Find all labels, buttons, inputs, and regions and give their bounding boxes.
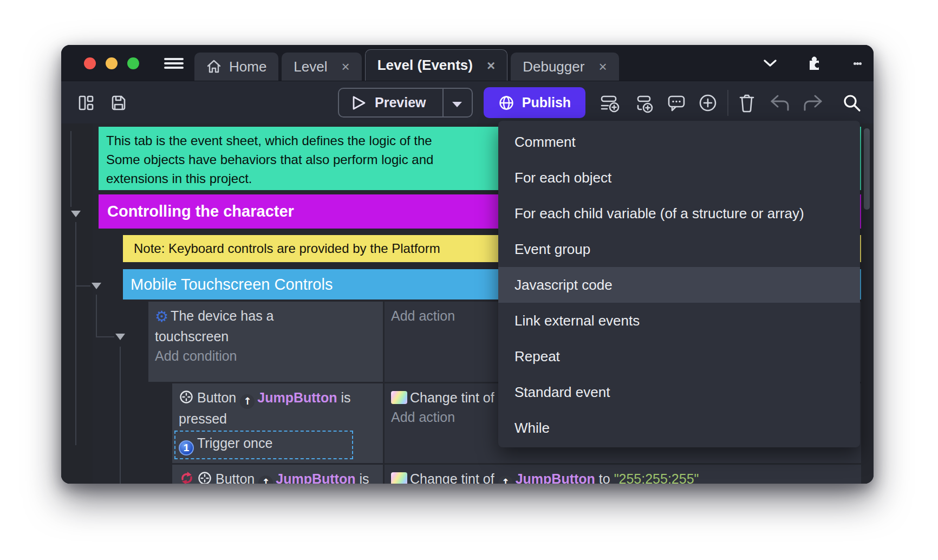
- action-value: "255;255;255": [614, 471, 699, 484]
- preview-split-divider: [442, 89, 444, 116]
- tab-debugger[interactable]: Debugger ×: [511, 53, 618, 81]
- action-text: Change tint of: [410, 471, 494, 484]
- add-event-icon[interactable]: [600, 93, 621, 113]
- publish-button[interactable]: Publish: [484, 87, 585, 118]
- collapse-triangle-icon[interactable]: [92, 283, 101, 289]
- condition-text: The device has a: [171, 308, 273, 323]
- tab-level[interactable]: Level ×: [282, 53, 361, 81]
- preview-button[interactable]: Preview: [338, 88, 473, 118]
- tab-label: Level (Events): [377, 57, 473, 74]
- save-icon[interactable]: [108, 93, 129, 113]
- title-bar: Home Level × Level (Events) × Debugger ×: [61, 45, 874, 81]
- hamburger-menu-icon[interactable]: [164, 58, 184, 69]
- tree-line: [75, 285, 90, 286]
- close-window-button[interactable]: [84, 57, 96, 69]
- redo-icon[interactable]: [802, 93, 824, 113]
- gear-icon: ⚙: [155, 308, 168, 325]
- tree-line: [75, 222, 76, 445]
- dropdown-caret-icon[interactable]: [452, 102, 462, 107]
- layout-icon[interactable]: [75, 93, 97, 113]
- add-comment-icon[interactable]: [666, 93, 687, 113]
- tint-icon: [391, 391, 407, 404]
- menu-item-standard-event[interactable]: Standard event: [498, 374, 860, 410]
- home-icon: [206, 59, 222, 74]
- tab-level-events[interactable]: Level (Events) ×: [365, 49, 507, 81]
- condition-text: touchscreen: [155, 327, 376, 346]
- tab-home[interactable]: Home: [194, 53, 278, 81]
- play-icon: [352, 95, 366, 110]
- add-event-context-menu: Comment For each object For each child v…: [498, 121, 860, 447]
- close-icon[interactable]: ×: [598, 60, 607, 74]
- selected-condition[interactable]: 1Trigger once: [174, 431, 353, 459]
- chevron-down-icon[interactable]: [760, 55, 780, 72]
- up-arrow-chip-icon: ↑: [258, 476, 273, 484]
- menu-item-for-each-child-variable[interactable]: For each child variable (of a structure …: [498, 196, 860, 231]
- invert-icon: [179, 470, 195, 484]
- add-circle-icon[interactable]: [697, 93, 719, 113]
- search-icon[interactable]: [841, 93, 863, 113]
- add-subevent-icon[interactable]: [634, 93, 655, 113]
- menu-item-comment[interactable]: Comment: [498, 124, 860, 160]
- tint-icon: [391, 472, 407, 484]
- event-sheet-gutter: [61, 123, 93, 484]
- tree-line: [96, 336, 114, 337]
- vertical-scrollbar[interactable]: [864, 128, 870, 210]
- up-arrow-chip-icon: ↑: [498, 476, 513, 484]
- event-condition-cell[interactable]: Button↑JumpButton is pressed: [172, 465, 383, 484]
- publish-label: Publish: [522, 95, 571, 110]
- gamepad-icon: [197, 471, 212, 484]
- tree-line: [120, 347, 121, 484]
- tree-line: [70, 131, 71, 207]
- tree-line: [96, 295, 97, 337]
- action-text: Change tint of: [410, 390, 494, 405]
- tab-label: Home: [229, 58, 266, 75]
- event-condition-cell[interactable]: Button↑JumpButton is pressed 1Trigger on…: [172, 383, 383, 463]
- object-name: JumpButton: [257, 390, 337, 405]
- preview-label: Preview: [375, 95, 426, 110]
- object-name: JumpButton: [516, 471, 595, 484]
- menu-item-event-group[interactable]: Event group: [498, 231, 860, 267]
- object-name: JumpButton: [276, 471, 355, 484]
- condition-text: Trigger once: [197, 435, 272, 451]
- undo-icon[interactable]: [769, 93, 791, 113]
- app-window: Home Level × Level (Events) × Debugger ×: [61, 45, 874, 484]
- gamepad-icon: [179, 389, 194, 405]
- toolbar: Preview Publish: [61, 81, 874, 123]
- menu-item-for-each-object[interactable]: For each object: [498, 160, 860, 196]
- event-action-cell[interactable]: Change tint of↑JumpButton to "255;255;25…: [385, 465, 861, 484]
- menu-item-repeat[interactable]: Repeat: [498, 338, 860, 374]
- up-arrow-chip-icon: ↑: [240, 394, 255, 409]
- condition-text: Button: [197, 390, 236, 405]
- globe-icon: [498, 95, 514, 111]
- menu-item-while[interactable]: While: [498, 410, 860, 446]
- menu-item-link-external-events[interactable]: Link external events: [498, 303, 860, 338]
- trigger-once-icon: 1: [179, 440, 194, 455]
- event-condition-cell[interactable]: ⚙The device has a touchscreen Add condit…: [148, 302, 383, 382]
- action-text: to: [599, 471, 610, 484]
- trash-icon[interactable]: [736, 93, 758, 113]
- add-condition-link[interactable]: Add condition: [155, 346, 376, 366]
- tab-strip: Home Level × Level (Events) × Debugger ×: [194, 49, 622, 81]
- collapse-triangle-icon[interactable]: [71, 211, 81, 217]
- puzzle-icon[interactable]: [804, 55, 824, 72]
- tab-label: Debugger: [523, 58, 584, 75]
- kebab-menu-icon[interactable]: [848, 55, 867, 72]
- condition-text: Button: [216, 471, 255, 484]
- tab-label: Level: [294, 58, 327, 75]
- close-icon[interactable]: ×: [342, 60, 350, 74]
- collapse-triangle-icon[interactable]: [115, 334, 125, 340]
- toolbar-separator: [727, 90, 728, 116]
- zoom-window-button[interactable]: [127, 57, 139, 69]
- menu-item-javascript-code[interactable]: Javascript code: [498, 267, 860, 303]
- close-icon[interactable]: ×: [487, 58, 495, 73]
- minimize-window-button[interactable]: [106, 57, 118, 69]
